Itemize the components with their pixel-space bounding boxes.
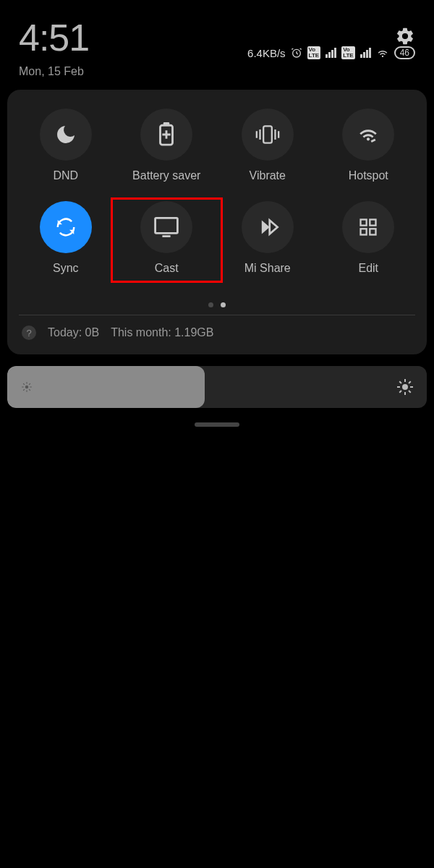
help-icon: ? xyxy=(22,326,36,340)
usage-month: This month: 1.19GB xyxy=(111,326,213,339)
svg-line-26 xyxy=(399,391,401,393)
svg-point-19 xyxy=(402,384,408,390)
network-speed: 6.4KB/s xyxy=(247,47,286,59)
mishare-icon xyxy=(255,216,280,238)
svg-rect-2 xyxy=(163,122,170,125)
brightness-slider[interactable] xyxy=(7,366,427,408)
tile-vibrate[interactable]: Vibrate xyxy=(219,106,316,185)
date-label: Mon, 15 Feb xyxy=(0,59,434,78)
clock: 4:51 xyxy=(19,16,89,59)
wifi-icon xyxy=(376,47,389,59)
data-usage-row[interactable]: ? Today: 0B This month: 1.19GB xyxy=(17,315,417,347)
svg-rect-5 xyxy=(163,235,171,237)
tile-hotspot[interactable]: Hotspot xyxy=(320,106,417,185)
brightness-low-icon xyxy=(20,380,33,393)
svg-rect-9 xyxy=(370,229,376,234)
svg-line-16 xyxy=(29,389,30,391)
grid-icon xyxy=(358,217,378,237)
volte-icon-1: VoLTE xyxy=(307,46,321,59)
pager-dot xyxy=(208,302,213,307)
svg-rect-8 xyxy=(361,229,367,234)
svg-line-27 xyxy=(409,381,411,383)
tile-label: Sync xyxy=(53,262,79,275)
signal-bars-icon-1 xyxy=(326,48,336,58)
signal-bars-icon-2 xyxy=(360,48,371,58)
tile-label: Mi Share xyxy=(244,262,291,275)
tile-cast[interactable]: Cast xyxy=(111,198,223,282)
svg-line-17 xyxy=(23,389,25,391)
tile-edit[interactable]: Edit xyxy=(320,198,417,282)
svg-line-18 xyxy=(29,383,30,385)
tile-label: Vibrate xyxy=(250,169,286,182)
svg-rect-4 xyxy=(156,218,178,233)
tile-sync[interactable]: Sync xyxy=(17,198,114,282)
sync-icon xyxy=(55,216,77,238)
alarm-icon xyxy=(291,47,302,59)
brightness-high-icon xyxy=(396,378,414,396)
battery-indicator: 46 xyxy=(394,46,415,59)
svg-rect-7 xyxy=(370,220,376,226)
tile-dnd[interactable]: DND xyxy=(17,106,114,185)
moon-icon xyxy=(54,123,77,146)
cast-icon xyxy=(154,217,179,237)
tile-label: Cast xyxy=(155,262,179,275)
svg-point-10 xyxy=(25,386,29,389)
tile-label: DND xyxy=(53,169,78,182)
hotspot-icon xyxy=(356,124,380,145)
volte-icon-2: VoLTE xyxy=(341,46,355,59)
battery-plus-icon xyxy=(157,122,176,147)
tile-label: Battery saver xyxy=(132,169,200,182)
svg-line-24 xyxy=(399,381,401,383)
pager-dot xyxy=(221,302,226,307)
brightness-fill xyxy=(7,366,205,408)
navigation-handle[interactable] xyxy=(195,422,239,427)
svg-rect-6 xyxy=(361,220,367,226)
settings-gear-button[interactable] xyxy=(395,26,415,46)
tile-mi-share[interactable]: Mi Share xyxy=(219,198,316,282)
svg-line-15 xyxy=(23,383,25,385)
vibrate-icon xyxy=(255,124,281,145)
quick-settings-panel: DND Battery saver Vibrate Hotspot Sync C… xyxy=(7,90,427,354)
tile-battery-saver[interactable]: Battery saver xyxy=(119,106,216,185)
usage-today: Today: 0B xyxy=(48,326,99,339)
svg-line-25 xyxy=(409,391,411,393)
page-indicator xyxy=(17,302,417,307)
tile-label: Hotspot xyxy=(349,169,388,182)
tile-label: Edit xyxy=(358,262,378,275)
svg-rect-3 xyxy=(263,126,272,142)
